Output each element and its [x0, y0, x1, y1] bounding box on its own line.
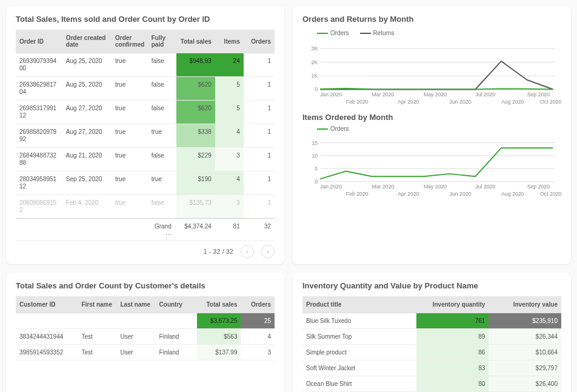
svg-text:Jun 2020: Jun 2020: [450, 99, 472, 105]
svg-text:May 2020: May 2020: [424, 91, 447, 98]
table-row[interactable]: Simple product86$10,664: [302, 345, 561, 360]
col-customer-id[interactable]: Customer ID: [16, 296, 78, 313]
svg-text:5: 5: [315, 165, 318, 171]
pager-text: 1 - 32 / 32: [203, 248, 233, 255]
card-title: Inventory Quantity and Value by Product …: [302, 281, 561, 290]
pager-next-button[interactable]: ›: [261, 245, 275, 258]
svg-text:Feb 2020: Feb 2020: [346, 99, 369, 105]
inventory-table: Product title Inventory quantity Invento…: [302, 296, 561, 392]
col-product-title[interactable]: Product title: [302, 296, 416, 313]
legend-item: Orders: [317, 125, 349, 132]
svg-text:Oct 2020: Oct 2020: [540, 99, 561, 105]
col-created-date[interactable]: Order created date: [62, 30, 112, 53]
pager-prev-button[interactable]: ‹: [241, 245, 254, 258]
col-order-id[interactable]: Order ID: [16, 30, 62, 53]
table-row[interactable]: 2803495895112Sep 25, 2020truetrue$19041: [16, 171, 275, 195]
svg-text:2K: 2K: [312, 59, 318, 65]
svg-text:Mar 2020: Mar 2020: [372, 91, 395, 98]
col-confirmed[interactable]: Order confirmed: [112, 30, 148, 53]
sales-table: Order ID Order created date Order confir…: [16, 30, 275, 241]
table-row[interactable]: 3985914593352 Test User Finland $137.99 …: [16, 345, 275, 360]
svg-text:Apr 2020: Apr 2020: [398, 99, 419, 105]
svg-text:Aug 2020: Aug 2020: [501, 99, 524, 105]
svg-text:1K: 1K: [312, 73, 318, 79]
inventory-card: Inventory Quantity and Value by Product …: [293, 273, 571, 392]
table-row[interactable]: 2698582097992Aug 27, 2020truetrue$33841: [16, 124, 275, 148]
table-header-row: Product title Inventory quantity Invento…: [302, 296, 561, 313]
table-row[interactable]: Ocean Blue Shirt80$26,400: [302, 376, 561, 392]
table-row[interactable]: Silk Summer Top89$26,344: [302, 329, 561, 345]
col-orders[interactable]: Orders: [241, 296, 275, 313]
svg-text:Oct 2020: Oct 2020: [540, 191, 561, 197]
swatch-icon: [317, 128, 328, 130]
svg-text:10: 10: [312, 153, 318, 159]
sales-table-card: Total Sales, Items sold and Order Count …: [6, 6, 284, 264]
table-row-faded: 206090869152Feb 4, 2020truefalse$135,733…: [16, 195, 275, 219]
col-inv-qty[interactable]: Inventory quantity: [416, 296, 489, 313]
col-country[interactable]: Country: [156, 296, 197, 313]
legend-item: Returns: [360, 30, 395, 36]
svg-text:3K: 3K: [312, 45, 318, 51]
svg-text:Aug 2020: Aug 2020: [501, 191, 524, 197]
items-ordered-chart: 15 10 5 0 Jan 2020 Mar 2020 May 2020 Jul…: [302, 136, 561, 201]
col-total-sales[interactable]: Total sales: [176, 30, 215, 53]
chart-legend: Orders Returns: [317, 30, 561, 36]
svg-text:Jan 2020: Jan 2020: [320, 91, 342, 98]
card-title: Total Sales and Order Count by Customer'…: [16, 281, 275, 290]
legend-item: Orders: [317, 30, 349, 36]
pager: 1 - 32 / 32 ‹ ›: [16, 245, 275, 258]
customers-card: Total Sales and Order Count by Customer'…: [6, 273, 284, 392]
chart-legend: Orders: [317, 125, 561, 132]
table-row[interactable]: Soft Winter Jacket83$29,797: [302, 360, 561, 376]
svg-text:Apr 2020: Apr 2020: [398, 191, 419, 197]
col-inv-value[interactable]: Inventory value: [489, 296, 561, 313]
grand-total-row: Grand …$4,374.248132: [16, 219, 275, 241]
card-title: Orders and Returns by Month: [302, 15, 561, 24]
svg-text:Mar 2020: Mar 2020: [372, 184, 395, 190]
table-row[interactable]: Blue Silk Tuxedo761$235,910: [302, 313, 561, 329]
card-title: Total Sales, Items sold and Order Count …: [16, 15, 275, 24]
table-row[interactable]: 2684948873288Aug 21, 2020truefalse$22931: [16, 148, 275, 171]
svg-text:0: 0: [315, 178, 318, 184]
svg-text:Jan 2020: Jan 2020: [320, 184, 342, 190]
col-fully-paid[interactable]: Fully paid: [148, 30, 176, 53]
svg-text:Sep 2020: Sep 2020: [527, 184, 550, 190]
svg-text:Jul 2020: Jul 2020: [475, 91, 495, 98]
svg-text:Jul 2020: Jul 2020: [475, 184, 495, 190]
orders-returns-chart: 3K 2K 1K 0 Jan 2020 Mar 2020 May 2020 Ju…: [302, 40, 561, 108]
col-last-name[interactable]: Last name: [117, 296, 156, 313]
table-row[interactable]: 2693907939400Aug 25, 2020truefalse$948,9…: [16, 53, 275, 77]
col-orders[interactable]: Orders: [244, 30, 275, 53]
card-title: Items Ordered by Month: [302, 113, 561, 122]
svg-text:Sep 2020: Sep 2020: [527, 91, 550, 98]
table-header-row: Customer ID First name Last name Country…: [16, 296, 275, 313]
svg-text:Feb 2020: Feb 2020: [346, 191, 369, 197]
summary-row: $3,673.25 25: [16, 313, 275, 329]
table-row[interactable]: 3834244431944 Test User Finland $563 4: [16, 329, 275, 345]
table-row[interactable]: 2698531799112Aug 27, 2020truefalse$62051: [16, 101, 275, 124]
col-total-sales[interactable]: Total sales: [197, 296, 241, 313]
col-items[interactable]: Items: [215, 30, 244, 53]
customers-table: Customer ID First name Last name Country…: [16, 296, 275, 360]
col-first-name[interactable]: First name: [78, 296, 116, 313]
swatch-icon: [360, 33, 371, 34]
svg-text:Jun 2020: Jun 2020: [450, 191, 472, 197]
table-header-row: Order ID Order created date Order confir…: [16, 30, 275, 53]
svg-text:May 2020: May 2020: [424, 184, 447, 190]
table-row[interactable]: 2693862981704Aug 25, 2020truefalse$62051: [16, 77, 275, 101]
swatch-icon: [317, 33, 328, 34]
charts-card: Orders and Returns by Month Orders Retur…: [293, 6, 571, 264]
svg-text:15: 15: [312, 139, 318, 145]
svg-text:0: 0: [315, 86, 318, 92]
